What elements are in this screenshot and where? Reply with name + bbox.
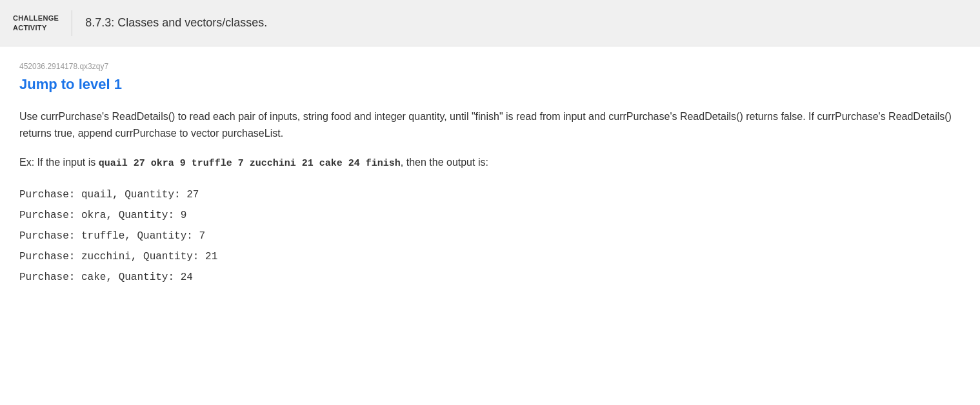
example-input-code: quail 27 okra 9 truffle 7 zucchini 21 ca… — [99, 158, 401, 169]
output-line-3: Purchase: truffle, Quantity: 7 — [19, 226, 961, 246]
activity-id: 452036.2914178.qx3zqy7 — [19, 62, 961, 71]
jump-to-level-link[interactable]: Jump to level 1 — [19, 76, 961, 93]
output-line-2: Purchase: okra, Quantity: 9 — [19, 205, 961, 226]
example-prefix: Ex: If the input is — [19, 157, 99, 168]
output-line-5: Purchase: cake, Quantity: 24 — [19, 267, 961, 288]
main-content: 452036.2914178.qx3zqy7 Jump to level 1 U… — [0, 46, 980, 405]
header-bar: CHALLENGE ACTIVITY 8.7.3: Classes and ve… — [0, 0, 980, 46]
example-suffix: , then the output is: — [401, 157, 488, 168]
output-block: Purchase: quail, Quantity: 27 Purchase: … — [19, 184, 961, 288]
header-divider — [72, 10, 72, 36]
example-line: Ex: If the input is quail 27 okra 9 truf… — [19, 154, 961, 172]
output-line-4: Purchase: zucchini, Quantity: 21 — [19, 246, 961, 267]
description-text: Use currPurchase's ReadDetails() to read… — [19, 108, 961, 141]
challenge-label: CHALLENGE ACTIVITY — [13, 14, 59, 32]
header-title: 8.7.3: Classes and vectors/classes. — [85, 16, 267, 30]
output-line-1: Purchase: quail, Quantity: 27 — [19, 184, 961, 205]
